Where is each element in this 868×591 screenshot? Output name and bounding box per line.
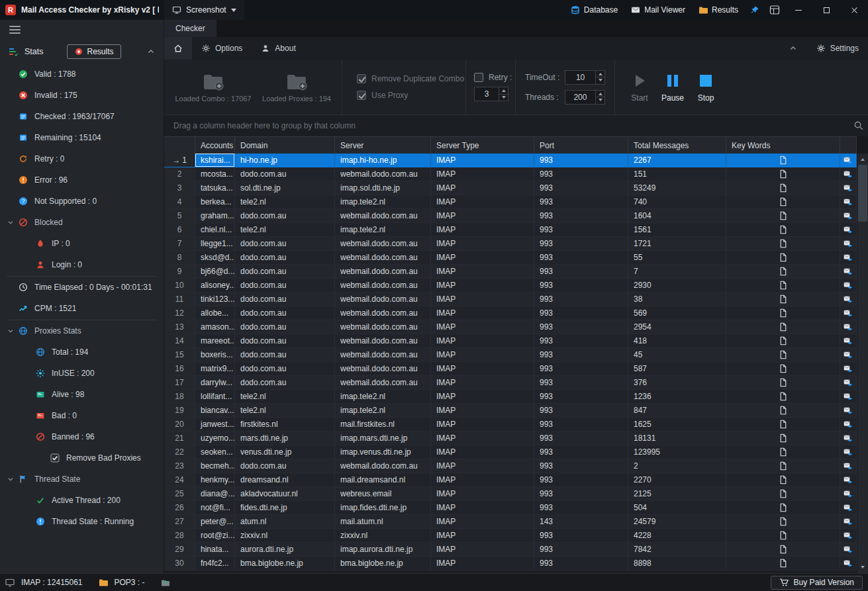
cell-server-type[interactable]: IMAP (431, 306, 534, 320)
cell-total-messages[interactable]: 1561 (628, 223, 726, 237)
table-row[interactable]: 23becmeh...dodo.com.auwebmail.dodo.com.a… (164, 459, 857, 473)
cell-port[interactable]: 993 (534, 543, 628, 557)
cell-keywords[interactable] (726, 306, 840, 320)
cell-account[interactable]: mcosta... (195, 167, 235, 181)
cell-domain[interactable]: dodo.com.au (235, 334, 335, 348)
export-icon[interactable] (161, 578, 170, 587)
cell-account[interactable]: darrylw... (195, 376, 235, 390)
cell-domain[interactable]: dreamsand.nl (235, 473, 335, 487)
cell-keywords[interactable] (726, 334, 840, 348)
cell-domain[interactable]: dodo.com.au (235, 251, 335, 265)
tab-home[interactable] (164, 37, 192, 60)
cell-server-type[interactable]: IMAP (431, 404, 534, 418)
cell-server[interactable]: imap.mars.dti.ne.jp (335, 432, 431, 445)
chevron-down-icon[interactable] (7, 475, 15, 483)
sidebar-item-active-thread[interactable]: Active Thread : 200 (0, 490, 164, 511)
cell-total-messages[interactable]: 504 (628, 501, 726, 515)
cell-total-messages[interactable]: 2267 (628, 154, 726, 167)
scroll-down-button[interactable] (857, 562, 868, 573)
cell-server-type[interactable]: IMAP (431, 418, 534, 432)
cell-total-messages[interactable]: 740 (628, 195, 726, 209)
spinner-up-button[interactable] (499, 87, 508, 95)
mail-viewer-button[interactable]: Mail Viewer (624, 0, 692, 20)
group-by-bar[interactable]: Drag a column header here to group by th… (164, 115, 868, 136)
table-row[interactable]: 13amason...dodo.com.auwebmail.dodo.com.a… (164, 320, 857, 334)
cell-keywords[interactable] (726, 487, 840, 501)
cell-port[interactable]: 993 (534, 487, 628, 501)
cell-server[interactable]: webmail.dodo.com.au (335, 362, 431, 376)
cell-keywords[interactable] (726, 195, 840, 209)
cell-domain[interactable]: dodo.com.au (235, 348, 335, 362)
cell-server[interactable]: webmail.dodo.com.au (335, 209, 431, 223)
cell-server[interactable]: webmail.dodo.com.au (335, 306, 431, 320)
open-mail-button[interactable] (840, 279, 857, 293)
column-header-server-type[interactable]: Server Type (431, 137, 534, 154)
retry-spinner[interactable]: 3 (474, 87, 508, 101)
tab-about[interactable]: About (252, 37, 305, 60)
cell-port[interactable]: 993 (534, 459, 628, 473)
cell-server[interactable]: webreus.email (335, 487, 431, 501)
open-mail-button[interactable] (840, 432, 857, 445)
table-row[interactable]: 27peter@...atum.nlmail.atum.nlIMAP143245… (164, 515, 857, 529)
cell-server[interactable]: webmail.dodo.com.au (335, 376, 431, 390)
cell-port[interactable]: 993 (534, 445, 628, 459)
database-button[interactable]: Database (564, 0, 624, 20)
results-toggle-button[interactable]: Results (67, 44, 121, 59)
spinner-down-button[interactable] (596, 77, 604, 84)
open-mail-button[interactable] (840, 557, 857, 570)
open-mail-button[interactable] (840, 195, 857, 209)
cell-total-messages[interactable]: 1236 (628, 390, 726, 404)
cell-port[interactable]: 993 (534, 473, 628, 487)
screenshot-button[interactable]: Screenshot (164, 0, 244, 20)
cell-account[interactable]: alisoney... (195, 279, 235, 293)
cell-domain[interactable]: tele2.nl (235, 195, 335, 209)
cell-domain[interactable]: firstkites.nl (235, 418, 335, 432)
cell-domain[interactable]: dodo.com.au (235, 320, 335, 334)
cell-server[interactable]: webmail.dodo.com.au (335, 237, 431, 251)
cell-server-type[interactable]: IMAP (431, 181, 534, 195)
cell-server-type[interactable]: IMAP (431, 432, 534, 445)
collapse-ribbon-icon[interactable] (789, 44, 798, 53)
cell-port[interactable]: 993 (534, 376, 628, 390)
close-button[interactable] (840, 0, 868, 20)
table-row[interactable]: 9bj66@d...dodo.com.auwebmail.dodo.com.au… (164, 265, 857, 279)
pause-button[interactable]: Pause (657, 66, 688, 109)
cell-server[interactable]: webmail.dodo.com.au (335, 320, 431, 334)
maximize-button[interactable] (812, 0, 840, 20)
cell-total-messages[interactable]: 7842 (628, 543, 726, 557)
cell-domain[interactable]: zixxiv.nl (235, 529, 335, 543)
cell-total-messages[interactable]: 2270 (628, 473, 726, 487)
spinner-up-button[interactable] (596, 91, 604, 98)
cell-domain[interactable]: dodo.com.au (235, 237, 335, 251)
cell-total-messages[interactable]: 4228 (628, 529, 726, 543)
sidebar-item-bad[interactable]: Bad : 0 (0, 405, 164, 426)
cell-account[interactable]: uzyemo... (195, 432, 235, 445)
cell-keywords[interactable] (726, 404, 840, 418)
table-row[interactable]: 2mcosta...dodo.com.auwebmail.dodo.com.au… (164, 167, 857, 181)
cell-port[interactable]: 993 (534, 501, 628, 515)
column-header-port[interactable]: Port (534, 137, 628, 154)
load-proxies-button[interactable]: Loaded Proxies : 194 (257, 64, 336, 111)
cell-port[interactable]: 993 (534, 362, 628, 376)
sidebar-item-valid[interactable]: Valid : 1788 (0, 64, 164, 85)
sidebar-item-checked[interactable]: Checked : 1963/17067 (0, 106, 164, 127)
cell-server[interactable]: imap.tele2.nl (335, 195, 431, 209)
table-row[interactable]: 14mareeot...dodo.com.auwebmail.dodo.com.… (164, 334, 857, 348)
cell-keywords[interactable] (726, 376, 840, 390)
cell-server-type[interactable]: IMAP (431, 279, 534, 293)
cell-domain[interactable]: dodo.com.au (235, 293, 335, 306)
cell-account[interactable]: tinki123... (195, 293, 235, 306)
table-row[interactable]: 30fn4fc2...bma.biglobe.ne.jpbma.biglobe.… (164, 557, 857, 570)
table-row[interactable]: 10alisoney...dodo.com.auwebmail.dodo.com… (164, 279, 857, 293)
minimize-button[interactable] (785, 0, 812, 20)
column-header-domain[interactable]: Domain (235, 137, 335, 154)
cell-port[interactable]: 993 (534, 306, 628, 320)
cell-server-type[interactable]: IMAP (431, 167, 534, 181)
tab-options[interactable]: Options (192, 37, 252, 60)
cell-total-messages[interactable]: 151 (628, 167, 726, 181)
cell-server-type[interactable]: IMAP (431, 154, 534, 167)
cell-server[interactable]: imap.tele2.nl (335, 223, 431, 237)
cell-account[interactable]: kshirai... (195, 154, 235, 167)
cell-keywords[interactable] (726, 515, 840, 529)
cell-domain[interactable]: tele2.nl (235, 390, 335, 404)
